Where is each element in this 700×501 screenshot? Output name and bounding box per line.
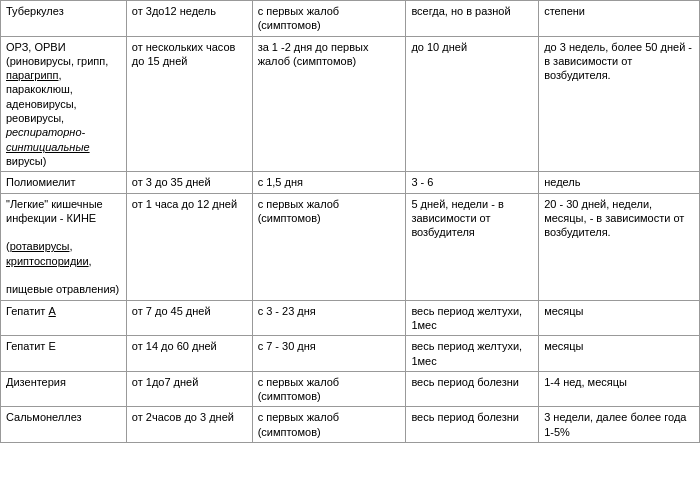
notes: 1-4 нед, месяцы [539,371,700,407]
contagious-start: с 3 - 23 дня [252,300,406,336]
notes: степени [539,1,700,37]
contagious-duration: до 10 дней [406,36,539,172]
contagious-duration: всегда, но в разной [406,1,539,37]
incubation-period: от 1до7 дней [126,371,252,407]
notes: месяцы [539,336,700,372]
disease-name: Сальмонеллез [1,407,127,443]
disease-name: Туберкулез [1,1,127,37]
disease-table: Туберкулезот 3до12 недельс первых жалоб … [0,0,700,443]
incubation-period: от 1 часа до 12 дней [126,193,252,300]
disease-name: ОРЗ, ОРВИ(риновирусы, грипп, парагрипп, … [1,36,127,172]
disease-name: Полиомиелит [1,172,127,193]
disease-name: Гепатит Е [1,336,127,372]
table-row: Гепатит Еот 14 до 60 днейс 7 - 30 днявес… [1,336,700,372]
contagious-duration: весь период желтухи, 1мес [406,336,539,372]
contagious-duration: весь период желтухи, 1мес [406,300,539,336]
contagious-start: с первых жалоб (симптомов) [252,407,406,443]
notes: 20 - 30 дней, недели, месяцы, - в зависи… [539,193,700,300]
contagious-duration: весь период болезни [406,407,539,443]
contagious-start: с первых жалоб (симптомов) [252,371,406,407]
incubation-period: от 2часов до 3 дней [126,407,252,443]
notes: недель [539,172,700,193]
contagious-start: с первых жалоб (симптомов) [252,193,406,300]
contagious-duration: 3 - 6 [406,172,539,193]
contagious-start: с 7 - 30 дня [252,336,406,372]
incubation-period: от 7 до 45 дней [126,300,252,336]
incubation-period: от нескольких часов до 15 дней [126,36,252,172]
disease-name: Гепатит А [1,300,127,336]
contagious-start: за 1 -2 дня до первых жалоб (симптомов) [252,36,406,172]
contagious-duration: 5 дней, недели - в зависимости от возбуд… [406,193,539,300]
table-row: Полиомиелитот 3 до 35 днейс 1,5 дня3 - 6… [1,172,700,193]
contagious-start: с первых жалоб (симптомов) [252,1,406,37]
incubation-period: от 3до12 недель [126,1,252,37]
disease-name: "Легкие" кишечные инфекции - КИНЕ(ротави… [1,193,127,300]
table-row: Дизентерияот 1до7 днейс первых жалоб (си… [1,371,700,407]
table-row: ОРЗ, ОРВИ(риновирусы, грипп, парагрипп, … [1,36,700,172]
disease-name: Дизентерия [1,371,127,407]
table-row: Гепатит Аот 7 до 45 днейс 3 - 23 днявесь… [1,300,700,336]
incubation-period: от 3 до 35 дней [126,172,252,193]
notes: месяцы [539,300,700,336]
table-row: "Легкие" кишечные инфекции - КИНЕ(ротави… [1,193,700,300]
notes: 3 недели, далее более года 1-5% [539,407,700,443]
contagious-start: с 1,5 дня [252,172,406,193]
table-row: Туберкулезот 3до12 недельс первых жалоб … [1,1,700,37]
table-row: Сальмонеллезот 2часов до 3 днейс первых … [1,407,700,443]
contagious-duration: весь период болезни [406,371,539,407]
notes: до 3 недель, более 50 дней - в зависимос… [539,36,700,172]
incubation-period: от 14 до 60 дней [126,336,252,372]
